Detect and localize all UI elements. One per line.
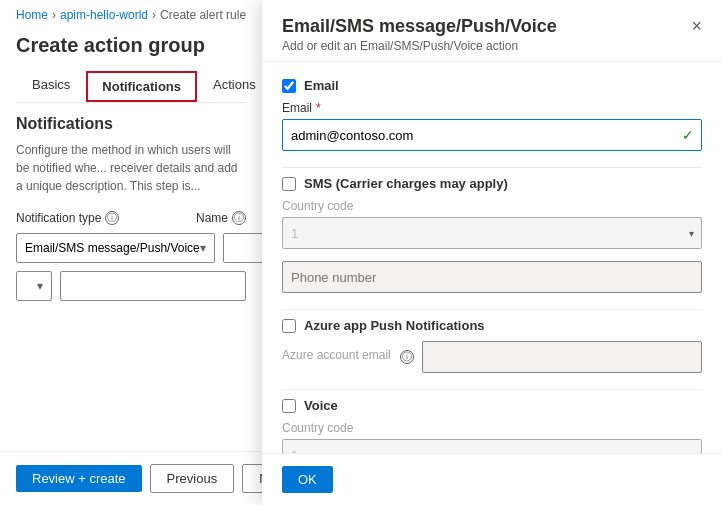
sms-country-code-label: Country code [282,199,702,213]
ok-button[interactable]: OK [282,466,333,493]
col-type-info-icon[interactable]: ⓘ [105,211,119,225]
previous-button[interactable]: Previous [150,464,235,493]
voice-checkbox-row: Voice [282,398,702,413]
col-type-label: Notification type ⓘ [16,211,192,225]
email-input-wrapper: ✓ [282,119,702,151]
sms-phone-input[interactable] [282,261,702,293]
sms-section: SMS (Carrier charges may apply) Country … [282,176,702,293]
overlay-body: Email Email * ✓ SMS (Carrier charges may… [262,62,722,453]
overlay-title: Email/SMS message/Push/Voice [282,16,557,37]
table-header: Notification type ⓘ Name ⓘ [16,211,246,225]
close-button[interactable]: × [691,16,702,37]
overlay-subtitle: Add or edit an Email/SMS/Push/Voice acti… [282,39,557,53]
sms-checkbox-label: SMS (Carrier charges may apply) [304,176,508,191]
voice-checkbox[interactable] [282,399,296,413]
overlay-panel: Email/SMS message/Push/Voice Add or edit… [262,0,722,505]
sms-checkbox[interactable] [282,177,296,191]
overlay-header: Email/SMS message/Push/Voice Add or edit… [262,0,722,62]
email-field-wrapper: Email * ✓ [282,101,702,151]
email-checkbox[interactable] [282,79,296,93]
chevron-down-icon: ▾ [200,241,206,255]
voice-country-code-select-wrapper: 1 ▾ [282,439,702,453]
section-title: Notifications [16,115,246,133]
email-label: Email * [282,101,702,115]
voice-country-code-select[interactable]: 1 [282,439,702,453]
sms-country-code-select[interactable]: 1 [282,217,702,249]
email-input[interactable] [282,119,702,151]
sms-country-code-select-wrapper: 1 ▾ [282,217,702,249]
voice-checkbox-label: Voice [304,398,338,413]
breadcrumb-apim[interactable]: apim-hello-world [60,8,148,22]
table-row: ▾ [16,271,246,301]
sms-phone-field [282,261,702,293]
email-required: * [316,101,321,115]
azure-checkbox[interactable] [282,319,296,333]
divider-3 [282,389,702,390]
azure-checkbox-label: Azure app Push Notifications [304,318,485,333]
azure-push-section: Azure app Push Notifications Azure accou… [282,318,702,373]
sms-country-code-field: Country code 1 ▾ [282,199,702,249]
notification-type-dropdown-1[interactable]: Email/SMS message/Push/Voice ▾ [16,233,215,263]
table-row: Email/SMS message/Push/Voice ▾ [16,233,246,263]
breadcrumb-home[interactable]: Home [16,8,48,22]
divider-2 [282,309,702,310]
notification-name-input-2[interactable] [60,271,246,301]
azure-checkbox-row: Azure app Push Notifications [282,318,702,333]
azure-email-input[interactable] [422,341,702,373]
tab-notifications[interactable]: Notifications [86,71,197,102]
page-title: Create action group [16,34,246,57]
chevron-down-icon: ▾ [37,279,43,293]
col-name-info-icon[interactable]: ⓘ [232,211,246,225]
email-checkbox-row: Email [282,78,702,93]
divider-1 [282,167,702,168]
email-checkbox-label: Email [304,78,339,93]
section-desc: Configure the method in which users will… [16,141,246,195]
azure-email-field: Azure account email ⓘ [282,341,702,373]
azure-email-label: Azure account email [282,348,392,362]
overlay-footer: OK [262,453,722,505]
azure-info-icon[interactable]: ⓘ [400,350,414,364]
voice-country-code-label: Country code [282,421,702,435]
review-create-button[interactable]: Review + create [16,465,142,492]
col-name-label: Name ⓘ [196,211,246,225]
email-section: Email Email * ✓ [282,78,702,151]
notification-type-dropdown-2[interactable]: ▾ [16,271,52,301]
tab-actions[interactable]: Actions [197,69,272,102]
sms-checkbox-row: SMS (Carrier charges may apply) [282,176,702,191]
checkmark-icon: ✓ [682,127,694,143]
tabs-bar: Basics Notifications Actions Tags Revie.… [16,69,246,103]
voice-country-code-field: Country code 1 ▾ [282,421,702,453]
breadcrumb-current: Create alert rule [160,8,246,22]
voice-section: Voice Country code 1 ▾ [282,398,702,453]
tab-basics[interactable]: Basics [16,69,86,102]
